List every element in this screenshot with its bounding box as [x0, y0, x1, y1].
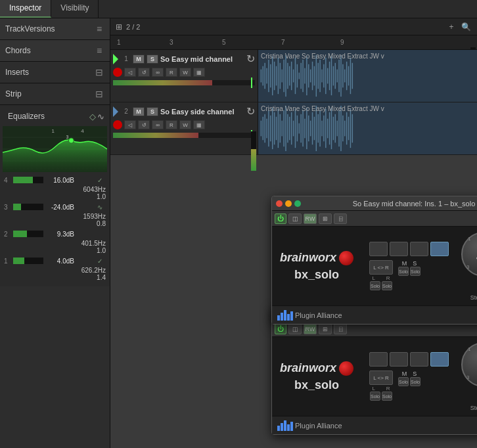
eq-band-3: 3 -24.0dB ∿: [3, 202, 107, 212]
track-2-loop-button[interactable]: ↺: [138, 120, 150, 129]
svg-point-5: [68, 138, 74, 143]
svg-rect-52: [344, 70, 345, 83]
svg-rect-82: [306, 108, 307, 149]
track-1-record-button[interactable]: [113, 68, 122, 77]
svg-rect-58: [261, 121, 261, 137]
plugin-1-lr-button[interactable]: L <> R: [369, 260, 393, 275]
plugin-1-tb-btn-rw[interactable]: RW: [304, 213, 317, 224]
plugin-2-tb-btn-grid[interactable]: ⊞: [319, 324, 332, 334]
plugin-2-lr-group: L <> R L R Solo Solo: [369, 370, 393, 401]
svg-rect-37: [316, 55, 317, 97]
plugin-1-maximize-dot[interactable]: [294, 200, 301, 207]
plugin-1-minimize-dot[interactable]: [285, 200, 292, 207]
plugin-2-l-solo[interactable]: Solo: [370, 392, 380, 401]
plugin-window-1: So Easy mid channel: Ins. 1 – bx_solo ⏻ …: [271, 196, 477, 325]
plugin-1-s-solo[interactable]: Solo: [410, 267, 420, 276]
plugin-2-footer-bars: [277, 420, 293, 431]
plugin-2-knob[interactable]: 1 2 3 4: [461, 342, 477, 387]
eq-settings-icon[interactable]: ∿: [97, 112, 104, 122]
svg-rect-74: [291, 112, 292, 145]
plugin-1-m-solo[interactable]: Solo: [398, 267, 409, 276]
svg-rect-56: [352, 63, 353, 89]
track-1-settings-icon[interactable]: ↻: [246, 53, 255, 65]
plugin-1-close-dot[interactable]: [276, 200, 283, 207]
svg-rect-41: [323, 64, 324, 88]
plugin-2-lr-button[interactable]: L <> R: [369, 370, 393, 385]
plugin-1-btn-a[interactable]: [369, 242, 388, 256]
eq-band-3-fill: [13, 204, 21, 210]
plugin-2-solo-row: Solo Solo: [370, 392, 392, 401]
tab-inspector[interactable]: Inspector: [0, 0, 51, 18]
plugin-2-power-button[interactable]: ⏻: [275, 324, 286, 334]
plugin-1-knob[interactable]: 1 2 3 4: [461, 232, 477, 277]
svg-rect-86: [314, 117, 315, 141]
plugin-1-footer-text: Plugin Alliance: [295, 311, 342, 319]
plugin-1-l-solo[interactable]: Solo: [370, 281, 380, 290]
track-1-read-button[interactable]: R: [166, 68, 177, 77]
plugin-2-r-solo[interactable]: Solo: [382, 392, 392, 401]
plugin-1-power-button[interactable]: ⏻: [275, 213, 286, 224]
plugin-1-tb-btn-1[interactable]: ◫: [288, 213, 302, 224]
track-1-write-button[interactable]: W: [179, 68, 191, 77]
plugin-window-2: So Easy side channel: Ins. 1 – bx_solo ⏻…: [271, 306, 477, 435]
svg-rect-12: [268, 60, 269, 92]
svg-rect-14: [272, 56, 273, 95]
plugin-2-btn-a[interactable]: [369, 352, 388, 367]
track-2-mute-button[interactable]: M: [133, 107, 145, 116]
plugin-1-tb-btn-wrap[interactable]: ⌸: [334, 213, 347, 224]
plugin-1-tb-btn-grid[interactable]: ⊞: [319, 213, 332, 224]
eq-band-1: 1 4.0dB ✓: [3, 256, 107, 266]
track-1-rewind-button[interactable]: ◁: [124, 68, 136, 77]
plugin-2-lr-buttons: L <> R: [369, 370, 393, 385]
plugin-1-r-solo[interactable]: Solo: [382, 281, 392, 290]
search-button[interactable]: 🔍: [460, 21, 472, 33]
eq-canvas: 1 4 3: [3, 126, 107, 172]
track-1-solo-button[interactable]: S: [147, 55, 158, 64]
plugin-2-tb-btn-wrap[interactable]: ⌸: [334, 324, 347, 334]
grid-icon: ⊞: [116, 22, 122, 32]
chords-row[interactable]: Chords ≡: [0, 40, 110, 61]
plugin-1-btn-c[interactable]: [410, 242, 428, 256]
strip-row[interactable]: Strip ⊟: [0, 83, 110, 104]
track-2-link-button[interactable]: ∞: [152, 120, 164, 129]
track-1-loop-button[interactable]: ↺: [138, 68, 150, 77]
svg-rect-48: [336, 70, 337, 83]
plugin-2-tb-btn-rw[interactable]: RW: [304, 324, 317, 334]
track-2-solo-button[interactable]: S: [147, 107, 158, 116]
track-versions-row[interactable]: TrackVersions ≡: [0, 18, 110, 39]
plugin-1-btn-b[interactable]: [390, 242, 408, 256]
plugin-2-btn-b[interactable]: [390, 352, 408, 367]
plugin-2-s-label: S: [413, 370, 417, 377]
plugin-2-s-solo[interactable]: Solo: [410, 377, 420, 386]
plugin-1-btn-d[interactable]: [430, 242, 449, 256]
plugin-1-knob-param: Stereo-Width: [470, 294, 477, 301]
svg-rect-31: [304, 68, 305, 84]
plugin-2-tb-btn-1[interactable]: ◫: [288, 324, 302, 334]
svg-rect-63: [270, 116, 271, 142]
add-track-button[interactable]: +: [445, 21, 457, 33]
plugin-2-btn-d[interactable]: [430, 352, 449, 367]
strip-icon: ⊟: [94, 89, 104, 99]
track-1-mute-button[interactable]: M: [133, 55, 145, 64]
plugin-2-btn-c[interactable]: [410, 352, 428, 367]
track-2-record-button[interactable]: [113, 120, 122, 129]
eq-band-4-num: 4: [4, 177, 12, 184]
plugin-2-m-solo[interactable]: Solo: [398, 377, 409, 386]
track-2-settings-icon[interactable]: ↻: [246, 105, 255, 118]
track-2-extra-button[interactable]: ▦: [193, 120, 205, 129]
track-2-rewind-button[interactable]: ◁: [124, 120, 136, 129]
inserts-row[interactable]: Inserts ⊟: [0, 62, 110, 83]
ruler-mark-5: 5: [222, 39, 226, 46]
track-1-extra-button[interactable]: ▦: [193, 68, 205, 77]
plugin-1-ms-solo-row: Solo Solo: [398, 267, 420, 276]
eq-band-1-tick: ✓: [94, 258, 106, 265]
eq-bypass-icon[interactable]: ◇: [89, 112, 96, 122]
tab-visibility[interactable]: Visibility: [51, 0, 99, 18]
track-2-write-button[interactable]: W: [179, 120, 191, 129]
svg-rect-35: [312, 62, 313, 90]
svg-rect-55: [350, 58, 351, 94]
track-2-read-button[interactable]: R: [166, 120, 177, 129]
svg-text:4: 4: [81, 128, 84, 134]
right-area: ⊞ 2 / 2 + 🔍 1 3 5 7 9 1 M S So Eas: [110, 18, 477, 448]
track-1-link-button[interactable]: ∞: [152, 68, 164, 77]
